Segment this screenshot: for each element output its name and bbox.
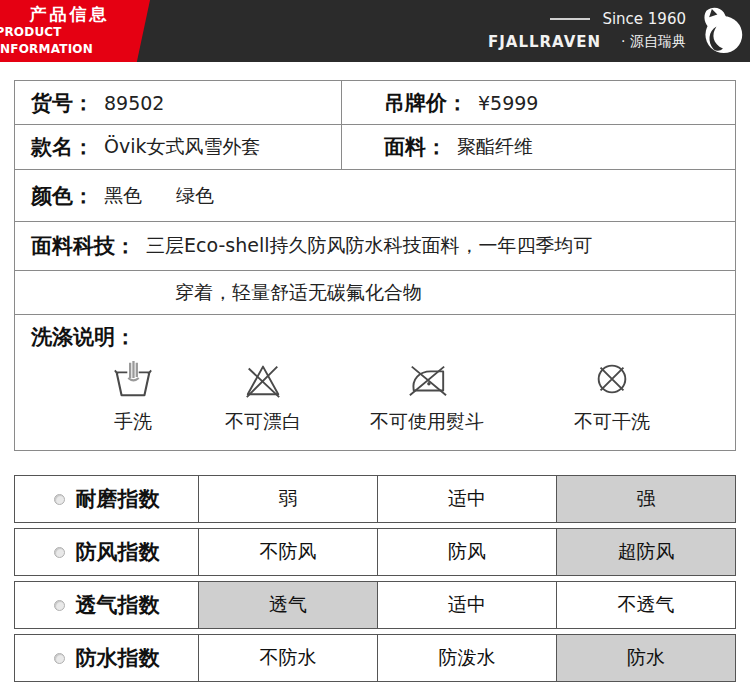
no-bleach-icon <box>242 357 284 399</box>
rating-option: 适中 <box>378 476 557 522</box>
tech-line1: 三层Eco-shell持久防风防水科技面料，一年四季均可 <box>146 233 592 259</box>
dash-rule <box>550 18 590 20</box>
rating-label: 耐磨指数 <box>76 485 160 513</box>
row-color: 颜色： 黑色 绿色 <box>15 170 735 222</box>
fabric-label: 面料： <box>384 133 447 161</box>
row-fabric-tech-cont: 穿着，轻量舒适无碳氟化合物 <box>15 271 735 315</box>
rating-option: 不防风 <box>199 529 378 575</box>
rating-option: 防泼水 <box>378 635 557 681</box>
fabric-value: 聚酯纤维 <box>457 134 533 160</box>
wash-item-label: 手洗 <box>114 409 152 435</box>
style-name-value: Övik女式风雪外套 <box>104 134 260 160</box>
brand-name: FJALLRAVEN <box>488 33 601 51</box>
rating-option: 强 <box>557 476 735 522</box>
bullet-icon <box>54 600 65 611</box>
price-value: ¥5999 <box>478 92 538 114</box>
style-name-label: 款名： <box>31 133 94 161</box>
color-value-black: 黑色 <box>104 183 142 209</box>
rating-label: 透气指数 <box>76 591 160 619</box>
color-value-green: 绿色 <box>176 183 214 209</box>
rating-label: 防风指数 <box>76 538 160 566</box>
wash-item-label: 不可漂白 <box>225 409 301 435</box>
rating-option: 不透气 <box>557 582 735 628</box>
wash-item-label: 不可使用熨斗 <box>370 409 484 435</box>
banner-subtitle: PRODUCT INFORMATION <box>0 24 143 58</box>
hand-wash-icon <box>112 357 154 399</box>
banner-title: 产品信息 <box>29 4 109 24</box>
wash-item-no-dry-clean: 不可干洗 <box>532 357 692 435</box>
wash-item-no-bleach: 不可漂白 <box>183 357 343 435</box>
tech-line2: 穿着，轻量舒适无碳氟化合物 <box>15 280 422 306</box>
since-label: Since 1960 <box>602 10 686 28</box>
rating-option: 超防风 <box>557 529 735 575</box>
rating-row-breathability: 透气指数 透气 适中 不透气 <box>14 581 736 629</box>
price-label: 吊牌价： <box>384 89 468 117</box>
rating-table: 耐磨指数 弱 适中 强 防风指数 不防风 防风 超防风 透气指数 透气 适中 不… <box>14 475 736 682</box>
wash-item-label: 不可干洗 <box>574 409 650 435</box>
wash-item-no-iron: 不可使用熨斗 <box>347 357 507 435</box>
item-no-value: 89502 <box>104 92 164 114</box>
bullet-icon <box>54 653 65 664</box>
rating-option: 弱 <box>199 476 378 522</box>
fox-logo-icon <box>699 5 745 57</box>
rating-row-abrasion: 耐磨指数 弱 适中 强 <box>14 475 736 523</box>
rating-option: 透气 <box>199 582 378 628</box>
origin-label: · 源自瑞典 <box>621 33 686 51</box>
color-label: 颜色： <box>31 182 94 210</box>
rating-row-windproof: 防风指数 不防风 防风 超防风 <box>14 528 736 576</box>
brand-block: Since 1960 FJALLRAVEN · 源自瑞典 <box>488 8 686 54</box>
item-no-label: 货号： <box>31 89 94 117</box>
header-bar: 产品信息 PRODUCT INFORMATION Since 1960 FJAL… <box>0 0 750 62</box>
rating-row-waterproof: 防水指数 不防水 防泼水 防水 <box>14 634 736 682</box>
row-style-fabric: 款名： Övik女式风雪外套 面料： 聚酯纤维 <box>15 125 735 170</box>
rating-option: 不防水 <box>199 635 378 681</box>
bullet-icon <box>54 494 65 505</box>
tech-label: 面料科技： <box>31 232 136 260</box>
no-dry-clean-icon <box>591 357 633 399</box>
rating-option: 防水 <box>557 635 735 681</box>
row-fabric-tech: 面料科技： 三层Eco-shell持久防风防水科技面料，一年四季均可 <box>15 222 735 271</box>
wash-label: 洗涤说明： <box>31 323 136 351</box>
row-washing: 洗涤说明： 手洗 不可漂白 <box>15 315 735 450</box>
row-item-no-price: 货号： 89502 吊牌价： ¥5999 <box>15 81 735 125</box>
rating-label: 防水指数 <box>76 644 160 672</box>
no-iron-icon <box>404 357 450 399</box>
rating-option: 适中 <box>378 582 557 628</box>
product-info-table: 货号： 89502 吊牌价： ¥5999 款名： Övik女式风雪外套 面料： … <box>14 80 736 451</box>
bullet-icon <box>54 547 65 558</box>
rating-option: 防风 <box>378 529 557 575</box>
product-info-banner: 产品信息 PRODUCT INFORMATION <box>0 0 150 62</box>
